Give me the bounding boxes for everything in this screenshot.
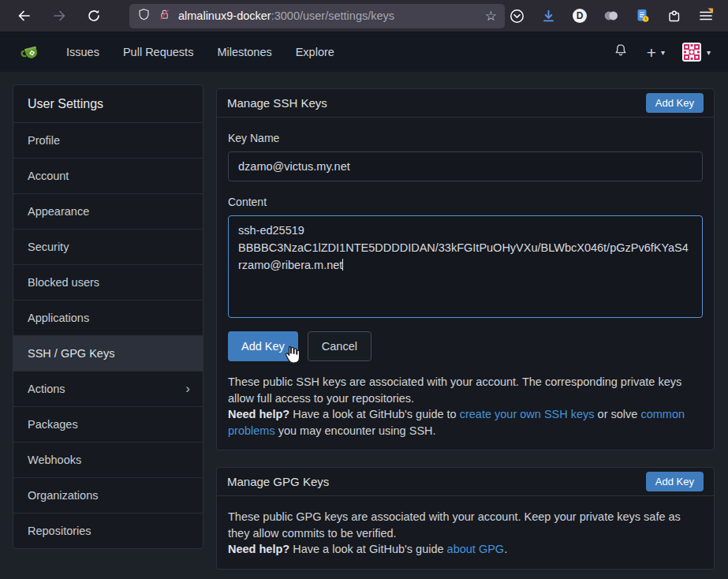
ssh-help-text: These public SSH keys are associated wit… — [228, 374, 703, 439]
sidebar-item-applications[interactable]: Applications — [13, 300, 203, 335]
sidebar-item-appearance[interactable]: Appearance — [13, 193, 203, 229]
sidebar-item-webhooks[interactable]: Webhooks — [13, 442, 203, 477]
settings-page: User Settings Profile Account Appearance… — [0, 72, 728, 579]
gpg-panel-title: Manage GPG Keys — [227, 475, 329, 488]
sidebar-item-organizations[interactable]: Organizations — [13, 477, 203, 513]
ssh-panel-title: Manage SSH Keys — [227, 96, 327, 110]
need-help-label: Need help? — [228, 408, 289, 420]
url-text: almalinux9-docker:3000/user/settings/key… — [178, 9, 394, 22]
chevron-down-icon: ▾ — [661, 48, 665, 57]
back-icon[interactable] — [13, 5, 36, 27]
sidebar-item-security[interactable]: Security — [13, 229, 203, 264]
need-help-label: Need help? — [228, 543, 289, 555]
settings-sidebar: User Settings Profile Account Appearance… — [13, 84, 203, 549]
reload-icon[interactable] — [82, 5, 106, 27]
avatar — [682, 43, 701, 62]
content-label: Content — [228, 196, 703, 208]
plus-icon: + — [647, 44, 656, 61]
ssh-keys-panel: Manage SSH Keys Add Key Key Name Content… — [216, 88, 715, 450]
sidebar-item-packages[interactable]: Packages — [13, 406, 203, 442]
url-bar[interactable]: almalinux9-docker:3000/user/settings/key… — [129, 4, 505, 28]
about-gpg-link[interactable]: about GPG — [447, 543, 505, 555]
add-key-submit-button[interactable]: Add Key — [228, 331, 298, 361]
nav-item-milestones[interactable]: Milestones — [205, 32, 283, 72]
app-navbar: Issues Pull Requests Milestones Explore … — [0, 32, 728, 72]
user-menu[interactable]: ▾ — [682, 43, 711, 62]
browser-toolbar: almalinux9-docker:3000/user/settings/key… — [0, 0, 728, 32]
gpg-keys-panel: Manage GPG Keys Add Key These public GPG… — [216, 467, 715, 570]
chevron-down-icon: ▾ — [707, 48, 711, 57]
key-name-label: Key Name — [228, 132, 703, 144]
forward-icon[interactable] — [47, 5, 71, 27]
duckduckgo-icon[interactable]: D — [572, 8, 588, 24]
document-extension-icon[interactable] — [635, 8, 651, 24]
nav-item-pull-requests[interactable]: Pull Requests — [111, 32, 205, 72]
download-icon[interactable] — [540, 8, 556, 24]
url-host: almalinux9-docker — [178, 9, 271, 22]
nav-item-issues[interactable]: Issues — [54, 32, 111, 72]
sidebar-item-blocked-users[interactable]: Blocked users — [13, 264, 203, 300]
cancel-button[interactable]: Cancel — [308, 331, 371, 361]
sidebar-title: User Settings — [13, 85, 203, 122]
ssh-key-content-textarea[interactable]: ssh-ed25519 BBBBC3NzaC1lZDI1NTE5DDDDIDAN… — [228, 215, 703, 318]
nav-item-explore[interactable]: Explore — [284, 32, 346, 72]
disabled-extension-icon[interactable] — [603, 8, 619, 24]
sidebar-item-profile[interactable]: Profile — [13, 122, 203, 158]
bookmark-star-icon[interactable]: ☆ — [485, 9, 497, 23]
text-caret — [342, 259, 343, 271]
shield-icon[interactable] — [137, 8, 151, 24]
insecure-lock-icon[interactable] — [158, 8, 171, 24]
ssh-add-key-toggle-button[interactable]: Add Key — [646, 93, 704, 113]
extensions-puzzle-icon[interactable] — [666, 8, 682, 24]
chevron-right-icon: › — [185, 381, 190, 397]
sidebar-item-actions[interactable]: Actions › — [13, 371, 203, 406]
pocket-icon[interactable] — [509, 8, 525, 24]
create-new-dropdown[interactable]: + ▾ — [647, 44, 665, 61]
key-name-input[interactable] — [228, 151, 703, 181]
gpg-help-text: These public GPG keys are associated wit… — [228, 509, 703, 558]
notifications-bell-icon[interactable] — [612, 42, 629, 62]
create-ssh-keys-link[interactable]: create your own SSH keys — [460, 408, 595, 420]
url-path: :3000/user/settings/keys — [271, 9, 394, 22]
sidebar-item-repositories[interactable]: Repositories — [13, 513, 203, 548]
svg-text:D: D — [577, 10, 584, 21]
menu-hamburger-icon[interactable] — [698, 8, 714, 24]
gpg-add-key-toggle-button[interactable]: Add Key — [646, 472, 704, 491]
gitea-logo[interactable] — [21, 42, 42, 63]
sidebar-item-account[interactable]: Account — [13, 158, 203, 193]
sidebar-item-ssh-gpg-keys[interactable]: SSH / GPG Keys — [13, 335, 203, 371]
